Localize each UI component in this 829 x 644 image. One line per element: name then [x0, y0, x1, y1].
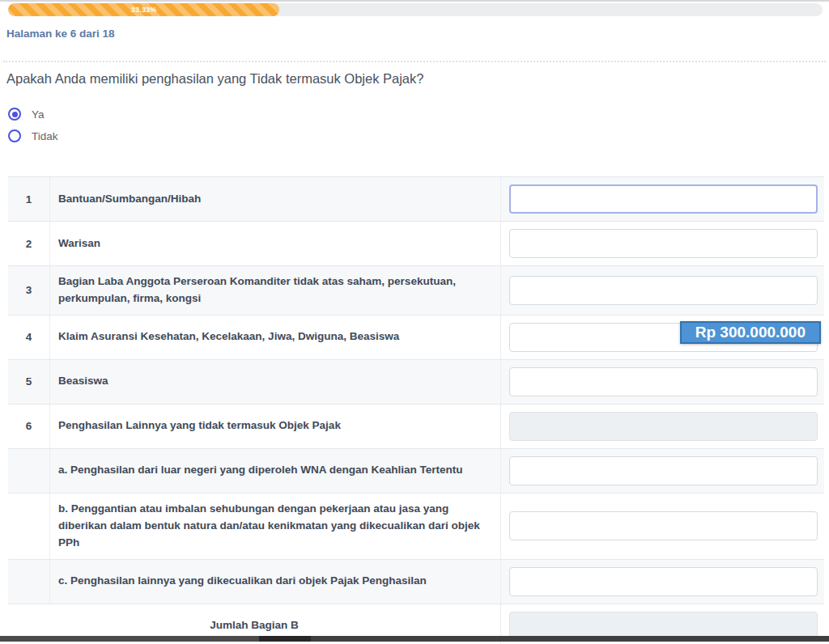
progress-percent-label: 33.33%: [131, 6, 157, 14]
scrollbar-thumb[interactable]: [0, 636, 259, 642]
row-input-cell: [500, 405, 824, 448]
row-label: Beasiswa: [50, 360, 500, 404]
radio-option-label[interactable]: Ya: [32, 108, 45, 121]
row-label: Penghasilan Lainnya yang tidak termasuk …: [50, 405, 500, 448]
table-row: 2 Warisan: [8, 222, 824, 266]
value-badge: Rp 300.000.000: [680, 321, 821, 344]
table-row: 5 Beasiswa: [8, 360, 824, 405]
row-label: c. Penghasilan lainnya yang dikecualikan…: [50, 560, 500, 604]
amount-input[interactable]: [509, 276, 818, 305]
form-table: 1 Bantuan/Sumbangan/Hibah 2 Warisan 3 Ba…: [8, 176, 824, 644]
table-row: 3 Bagian Laba Anggota Perseroan Komandit…: [8, 266, 824, 316]
table-row: c. Penghasilan lainnya yang dikecualikan…: [8, 560, 824, 604]
window-edge: [0, 0, 829, 2]
row-number: 1: [8, 177, 50, 221]
progress-bar: 33.33%: [8, 3, 823, 16]
row-label: Bantuan/Sumbangan/Hibah: [50, 177, 500, 221]
scrollbar-track-segment: [259, 636, 311, 642]
radio-icon[interactable]: [8, 108, 21, 121]
table-row: 4 Klaim Asuransi Kesehatan, Kecelakaan, …: [8, 316, 824, 360]
row-input-cell: [500, 360, 824, 404]
row-label: Warisan: [50, 222, 500, 265]
row-number: 6: [8, 405, 50, 448]
row-label: b. Penggantian atau imbalan sehubungan d…: [50, 494, 500, 559]
row-input-cell: [500, 494, 824, 559]
table-row: 6 Penghasilan Lainnya yang tidak termasu…: [8, 405, 824, 449]
row-label: a. Penghasilan dari luar negeri yang dip…: [50, 449, 500, 493]
horizontal-scrollbar[interactable]: [0, 636, 829, 642]
row-number: 5: [8, 360, 50, 404]
row-input-cell: [500, 560, 824, 604]
row-input-cell: [500, 222, 824, 265]
amount-input[interactable]: [509, 367, 818, 396]
divider: [3, 61, 826, 62]
row-number: 2: [8, 222, 50, 265]
row-label: Bagian Laba Anggota Perseroan Komanditer…: [50, 266, 500, 315]
amount-input[interactable]: [509, 229, 818, 258]
row-input-cell: [500, 177, 824, 221]
question-text: Apakah Anda memiliki penghasilan yang Ti…: [6, 71, 813, 87]
amount-input[interactable]: [509, 456, 818, 485]
radio-option-label[interactable]: Tidak: [32, 130, 58, 142]
amount-input: [509, 412, 818, 441]
amount-input[interactable]: [509, 511, 818, 540]
row-number: [8, 494, 50, 559]
row-number: 3: [8, 266, 50, 315]
table-row: a. Penghasilan dari luar negeri yang dip…: [8, 449, 824, 494]
row-input-cell: [500, 266, 824, 315]
table-row: b. Penggantian atau imbalan sehubungan d…: [8, 494, 824, 560]
row-number: 4: [8, 316, 50, 359]
row-input-cell: [500, 449, 824, 493]
row-label: Klaim Asuransi Kesehatan, Kecelakaan, Ji…: [50, 316, 500, 359]
radio-group: Ya Tidak: [8, 108, 58, 151]
progress-bar-fill: 33.33%: [8, 3, 279, 16]
table-row: 1 Bantuan/Sumbangan/Hibah: [8, 177, 824, 222]
amount-input[interactable]: [509, 567, 818, 596]
page-indicator: Halaman ke 6 dari 18: [6, 28, 115, 40]
radio-option[interactable]: Ya: [8, 108, 58, 121]
radio-icon[interactable]: [8, 129, 21, 142]
row-number: [8, 449, 50, 493]
row-number: [8, 560, 50, 604]
row-input-cell: Rp 300.000.000: [500, 316, 824, 359]
radio-option[interactable]: Tidak: [8, 129, 58, 142]
amount-input[interactable]: [509, 184, 818, 214]
